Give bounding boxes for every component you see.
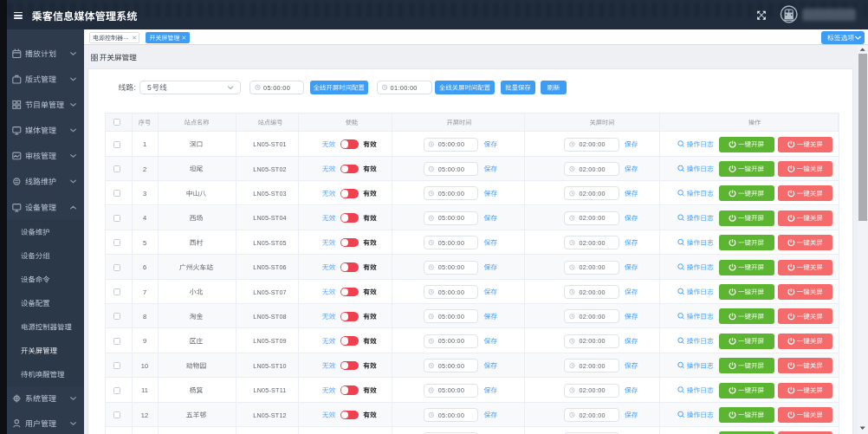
svg-text:9: 9 bbox=[143, 337, 146, 345]
svg-text:02:00:00: 02:00:00 bbox=[579, 313, 605, 321]
svg-text:2: 2 bbox=[143, 165, 146, 173]
svg-text:LN05-ST12: LN05-ST12 bbox=[253, 411, 287, 419]
svg-text:LN05-ST04: LN05-ST04 bbox=[253, 214, 287, 222]
svg-text:05:00:00: 05:00:00 bbox=[438, 263, 464, 271]
svg-text:5: 5 bbox=[143, 239, 146, 247]
svg-text:6: 6 bbox=[143, 263, 146, 271]
svg-text:05:00:00: 05:00:00 bbox=[438, 140, 464, 148]
svg-text:05:00:00: 05:00:00 bbox=[438, 190, 464, 198]
svg-text:05:00:00: 05:00:00 bbox=[438, 214, 464, 222]
svg-text:8: 8 bbox=[143, 313, 146, 321]
svg-text:10: 10 bbox=[141, 362, 148, 370]
svg-text:LN05-ST02: LN05-ST02 bbox=[253, 165, 287, 173]
svg-text:LN05-ST11: LN05-ST11 bbox=[253, 386, 286, 394]
svg-text:02:00:00: 02:00:00 bbox=[579, 411, 605, 419]
svg-text:05:00:00: 05:00:00 bbox=[438, 288, 464, 296]
svg-text:02:00:00: 02:00:00 bbox=[579, 263, 605, 271]
svg-text:05:00:00: 05:00:00 bbox=[438, 362, 464, 370]
svg-text:LN05-ST10: LN05-ST10 bbox=[253, 362, 287, 370]
svg-text:05:00:00: 05:00:00 bbox=[263, 84, 290, 92]
svg-text:LN05-ST05: LN05-ST05 bbox=[253, 239, 287, 247]
svg-text:02:00:00: 02:00:00 bbox=[579, 165, 605, 173]
svg-text:LN05-ST03: LN05-ST03 bbox=[253, 190, 287, 198]
svg-text::: : bbox=[134, 83, 136, 92]
svg-text:01:00:00: 01:00:00 bbox=[391, 84, 418, 92]
svg-text:05:00:00: 05:00:00 bbox=[438, 386, 464, 394]
svg-text:4: 4 bbox=[143, 214, 146, 222]
svg-text:02:00:00: 02:00:00 bbox=[579, 362, 605, 370]
svg-text:12: 12 bbox=[141, 411, 148, 419]
svg-text:LN05-ST09: LN05-ST09 bbox=[253, 337, 287, 345]
svg-text:LN05-ST01: LN05-ST01 bbox=[253, 140, 287, 148]
svg-text:11: 11 bbox=[141, 386, 148, 394]
svg-text:02:00:00: 02:00:00 bbox=[579, 288, 605, 296]
svg-text:3: 3 bbox=[143, 190, 146, 198]
svg-text:05:00:00: 05:00:00 bbox=[438, 411, 464, 419]
svg-text:02:00:00: 02:00:00 bbox=[579, 214, 605, 222]
svg-text:LN05-ST07: LN05-ST07 bbox=[253, 288, 287, 296]
svg-text:02:00:00: 02:00:00 bbox=[579, 140, 605, 148]
svg-text:05:00:00: 05:00:00 bbox=[438, 165, 464, 173]
svg-text:1: 1 bbox=[143, 140, 146, 148]
svg-text:05:00:00: 05:00:00 bbox=[438, 313, 464, 321]
svg-text:LN05-ST06: LN05-ST06 bbox=[253, 263, 287, 271]
svg-text:02:00:00: 02:00:00 bbox=[579, 337, 605, 345]
svg-text:05:00:00: 05:00:00 bbox=[438, 337, 464, 345]
svg-text:05:00:00: 05:00:00 bbox=[438, 239, 464, 247]
svg-text:5: 5 bbox=[147, 83, 152, 92]
svg-text:02:00:00: 02:00:00 bbox=[579, 190, 605, 198]
svg-text:02:00:00: 02:00:00 bbox=[579, 239, 605, 247]
svg-text:LN05-ST08: LN05-ST08 bbox=[253, 313, 287, 321]
svg-text:7: 7 bbox=[143, 288, 146, 296]
svg-text:02:00:00: 02:00:00 bbox=[579, 386, 605, 394]
svg-text:...: ... bbox=[123, 33, 128, 41]
